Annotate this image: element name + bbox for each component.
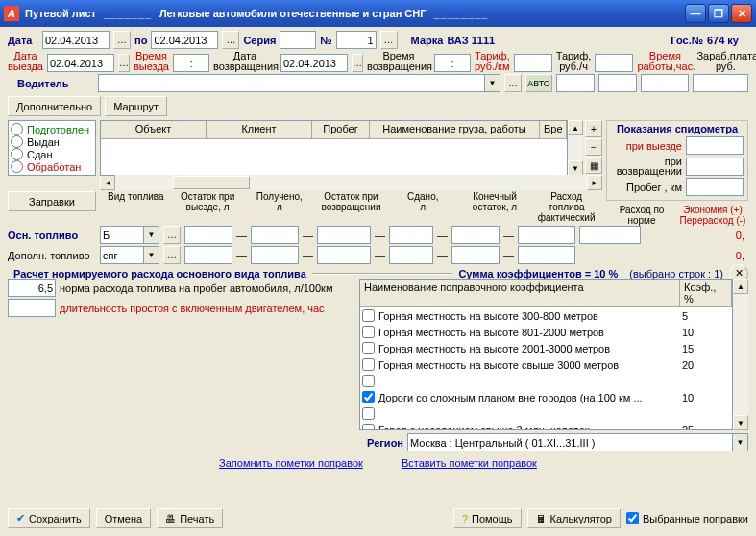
fuel-main-norm[interactable] [579, 226, 641, 244]
status-processed-radio[interactable] [11, 160, 23, 173]
chevron-down-icon: ▼ [484, 75, 500, 91]
number-picker[interactable]: … [380, 31, 398, 49]
fuel-add-econ: 0, [645, 250, 748, 261]
save-button[interactable]: ✔Сохранить [8, 508, 90, 528]
rate-h-input[interactable] [595, 54, 633, 72]
odometer-ret-input[interactable] [686, 158, 744, 176]
coef-value: 10 [682, 392, 730, 403]
date-to-picker[interactable]: … [222, 31, 239, 49]
fuel-main-rest-ret[interactable] [317, 226, 371, 244]
grid-vscroll[interactable]: ▲▼ [568, 120, 583, 176]
date-return-picker[interactable]: … [352, 54, 363, 72]
coef-value: 20 [682, 359, 730, 371]
norm-value-input[interactable] [8, 279, 56, 297]
date-label: Дата [8, 35, 38, 46]
fuel-add-received[interactable] [251, 246, 299, 264]
coef-row[interactable]: Дороги со сложным планом вне городов (на… [360, 389, 732, 405]
fuel-main-select[interactable]: Б▼ [100, 226, 159, 244]
salary-input[interactable] [693, 74, 748, 92]
help-button[interactable]: ?Помощь [453, 508, 522, 528]
coef-row[interactable]: Горная местность на высоте 801-2000 метр… [360, 324, 732, 340]
save-marks-link[interactable]: Запомнить пометки поправок [219, 457, 363, 469]
region-select[interactable]: Москва : Центральный ( 01.XI...31.III )▼ [407, 433, 748, 451]
coef-row[interactable]: Горная местность на высоте 2001-3000 мет… [360, 340, 732, 356]
grid-add-button[interactable]: + [585, 120, 602, 137]
coef-checkbox[interactable] [362, 326, 375, 338]
fuel-add-actual[interactable] [518, 246, 575, 264]
coef-checkbox[interactable] [362, 391, 375, 403]
idle-value-input[interactable] [8, 299, 56, 317]
fuel-add-done[interactable] [389, 246, 433, 264]
fuel-main-done[interactable] [389, 226, 433, 244]
cancel-button[interactable]: Отмена [96, 508, 151, 528]
fuel-main-actual[interactable] [518, 226, 575, 244]
coef-row[interactable]: Горная местность на высоте свыше 3000 ме… [360, 356, 732, 373]
work-h-input[interactable] [641, 74, 689, 92]
status-issued-radio[interactable] [11, 135, 23, 148]
selected-coefs-checkbox[interactable] [626, 512, 639, 524]
grid-hscroll[interactable]: ◄► [100, 175, 602, 190]
coef-checkbox[interactable] [362, 342, 375, 354]
close-button[interactable]: ✕ [731, 4, 752, 23]
title-doc: Путевой лист [25, 8, 96, 19]
odometer-out-input[interactable] [686, 136, 744, 155]
printer-icon: 🖶 [165, 513, 176, 524]
fuel-add-select[interactable]: спг▼ [100, 246, 159, 264]
fuel-add-final[interactable] [451, 246, 500, 264]
odometer-run-input[interactable] [686, 178, 744, 196]
fuel-add-rest-ret[interactable] [317, 246, 371, 264]
print-button[interactable]: 🖶Печать [157, 508, 223, 528]
status-submitted-label: Сдан [27, 149, 53, 160]
driver-picker[interactable]: … [504, 74, 522, 92]
coef-vscroll[interactable]: ▲▼ [733, 279, 748, 430]
status-submitted-radio[interactable] [11, 148, 23, 160]
minimize-button[interactable]: — [685, 4, 706, 23]
time-return-input[interactable] [434, 54, 471, 72]
auto-button[interactable]: АВТО [525, 74, 552, 92]
fuel-add-picker[interactable]: … [163, 246, 181, 264]
series-input[interactable] [280, 31, 316, 49]
fuel-main-rest-out[interactable] [184, 226, 232, 244]
date-from-input[interactable] [42, 31, 110, 49]
coef-row[interactable] [360, 405, 732, 422]
app-icon: A [4, 6, 19, 21]
coef-checkbox[interactable] [362, 424, 375, 430]
route-button[interactable]: Маршрут [105, 96, 167, 116]
date-to-input[interactable] [151, 31, 218, 49]
fuel-main-received[interactable] [251, 226, 299, 244]
date-out-input[interactable] [47, 54, 114, 72]
extra-input-2[interactable] [598, 74, 637, 92]
date-out-picker[interactable]: … [118, 54, 130, 72]
extra-input-1[interactable] [556, 74, 595, 92]
coef-checkbox[interactable] [362, 358, 375, 371]
grid-view-button[interactable]: ▦ [585, 157, 602, 174]
date-return-input[interactable] [280, 54, 348, 72]
number-input[interactable] [336, 31, 377, 49]
calculator-button[interactable]: 🖩Калькулятор [527, 508, 621, 528]
coef-row[interactable]: Город с населением свыше 3 млн. человек2… [360, 422, 732, 430]
coef-checkbox[interactable] [362, 309, 375, 322]
coef-col-name: Наименование поправочного коэффициента [360, 280, 680, 306]
time-out-input[interactable] [173, 54, 209, 72]
coef-row[interactable] [360, 373, 732, 389]
fuel-main-picker[interactable]: … [163, 226, 181, 244]
extra-button[interactable]: Дополнительно [8, 96, 101, 116]
coef-checkbox[interactable] [362, 375, 375, 387]
coef-checkbox[interactable] [362, 407, 375, 420]
maximize-button[interactable]: ❐ [708, 4, 729, 23]
driver-select[interactable]: ▼ [98, 74, 500, 92]
fuel-col-rest-out: Остаток при выезде, л [172, 191, 244, 223]
date-from-picker[interactable]: … [113, 31, 131, 49]
grid-del-button[interactable]: − [585, 138, 602, 156]
rate-km-input[interactable] [514, 54, 552, 72]
fuel-add-rest-out[interactable] [184, 246, 232, 264]
idle-label: длительность простоя с включенным двигат… [60, 303, 325, 314]
refuel-button[interactable]: Заправки [8, 191, 96, 211]
paste-marks-link[interactable]: Вставить пометки поправок [402, 457, 537, 469]
coef-row[interactable]: Горная местность на высоте 300-800 метро… [360, 307, 732, 324]
status-prepared-radio[interactable] [11, 123, 23, 135]
title-text: Путевой лист _______ Легковые автомобили… [25, 8, 685, 19]
trips-grid[interactable]: Объект Клиент Пробег Наименование груза,… [100, 120, 568, 176]
fuel-col-econ: Экономия (+) Перерасход (-) [677, 205, 748, 226]
fuel-main-final[interactable] [451, 226, 500, 244]
